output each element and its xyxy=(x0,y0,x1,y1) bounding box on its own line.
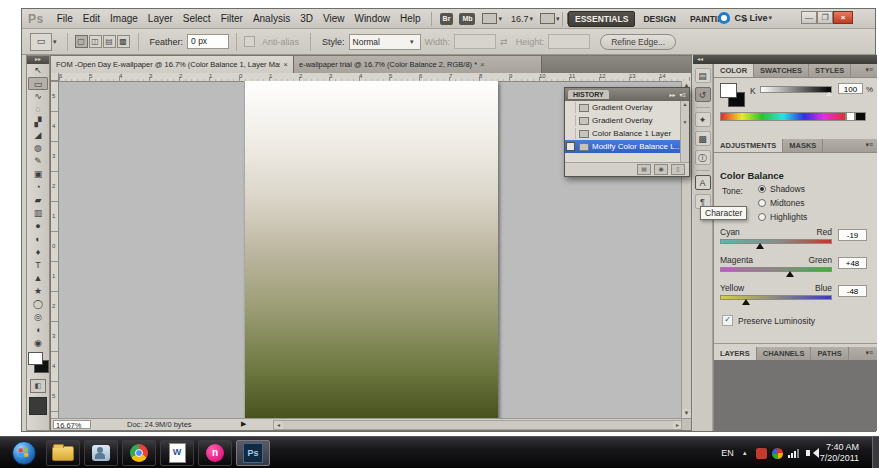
history-item-selected[interactable]: Modify Color Balance L... xyxy=(565,140,680,153)
start-button[interactable] xyxy=(12,441,36,465)
new-selection-button[interactable]: ▢ xyxy=(75,35,88,48)
chevron-down-icon[interactable]: ▾ xyxy=(53,38,57,46)
app-zoom-level[interactable]: 16.7 xyxy=(511,14,529,24)
menu-edit[interactable]: Edit xyxy=(78,13,105,24)
white-swatch[interactable] xyxy=(846,112,855,121)
blur-tool[interactable]: ● xyxy=(28,220,48,233)
tool-preset-icon[interactable]: ▭ xyxy=(30,33,52,51)
3d-rotate-tool[interactable]: ◯ xyxy=(28,298,48,311)
yellow-blue-value-input[interactable]: -48 xyxy=(838,285,867,297)
path-selection-tool[interactable]: ▲ xyxy=(28,272,48,285)
history-brush-tool[interactable]: ◔ xyxy=(28,181,48,194)
launch-bridge-button[interactable]: Br xyxy=(440,13,454,25)
scroll-down-icon[interactable]: ▼ xyxy=(682,409,691,418)
taskbar-word-button[interactable]: W xyxy=(160,440,194,466)
document-tab[interactable]: e-wallpaper trial @ 16.7% (Color Balance… xyxy=(294,56,542,73)
minimize-button[interactable]: — xyxy=(801,11,817,24)
color-spectrum-ramp[interactable] xyxy=(720,112,846,121)
history-brush-source-cell[interactable] xyxy=(565,115,576,126)
workspace-essentials[interactable]: ESSENTIALS xyxy=(568,11,635,27)
clock[interactable]: 7:40 AM 7/20/2011 xyxy=(820,442,859,464)
black-swatch[interactable] xyxy=(855,112,866,121)
view-extras-icon[interactable] xyxy=(482,13,497,24)
antialias-checkbox[interactable] xyxy=(244,36,255,47)
rectangular-marquee-tool[interactable]: ▭ xyxy=(28,77,48,90)
type-tool[interactable]: T xyxy=(28,259,48,272)
arrange-documents-icon[interactable] xyxy=(540,13,555,24)
dodge-tool[interactable]: ◐ xyxy=(28,233,48,246)
menu-view[interactable]: View xyxy=(318,13,350,24)
tray-app-icon[interactable] xyxy=(756,448,767,459)
restore-button[interactable]: ❐ xyxy=(817,11,833,24)
tab-styles[interactable]: STYLES xyxy=(809,64,851,77)
cyan-red-value-input[interactable]: -19 xyxy=(838,229,867,241)
cyan-red-slider-handle[interactable] xyxy=(756,243,764,249)
panel-dock-collapse-bar[interactable]: ◂◂ xyxy=(693,55,877,64)
document-tab-active[interactable]: FOM -Open Day E-wallpaper @ 16.7% (Color… xyxy=(51,56,294,73)
tone-shadows-radio[interactable]: Shadows xyxy=(758,184,805,194)
menu-help[interactable]: Help xyxy=(395,13,426,24)
tab-adjustments[interactable]: ADJUSTMENTS xyxy=(714,139,783,152)
tone-midtones-radio[interactable]: Midtones xyxy=(758,198,805,208)
add-to-selection-button[interactable]: ◫ xyxy=(89,35,102,48)
menu-analysis[interactable]: Analysis xyxy=(248,13,295,24)
resize-grip[interactable] xyxy=(681,419,691,430)
navigator-panel-icon[interactable]: ▩ xyxy=(695,131,711,146)
history-item[interactable]: Gradient Overlay xyxy=(565,114,680,127)
menu-image[interactable]: Image xyxy=(105,13,143,24)
chevron-down-icon[interactable]: ▾ xyxy=(530,15,534,23)
network-signal-icon[interactable] xyxy=(788,448,800,458)
cslive-button[interactable]: CS Live ▾ xyxy=(718,12,775,24)
panel-menu-icon[interactable]: ▾≡ xyxy=(861,64,877,77)
hand-tool[interactable]: ◖ xyxy=(28,324,48,337)
history-item[interactable]: Gradient Overlay xyxy=(565,101,680,114)
swap-dimensions-icon[interactable]: ⇄ xyxy=(500,37,508,47)
tab-swatches[interactable]: SWATCHES xyxy=(754,64,809,77)
move-tool[interactable]: ↖ xyxy=(28,64,48,77)
new-document-from-state-icon[interactable]: ▤ xyxy=(637,164,651,175)
menu-select[interactable]: Select xyxy=(178,13,216,24)
info-panel-icon[interactable]: ⓘ xyxy=(695,150,711,165)
history-item[interactable]: Color Balance 1 Layer xyxy=(565,127,680,140)
menu-3d[interactable]: 3D xyxy=(295,13,318,24)
zoom-tool[interactable]: ◉ xyxy=(28,337,48,350)
custom-shape-tool[interactable]: ★ xyxy=(28,285,48,298)
feather-input[interactable]: 0 px xyxy=(187,34,229,49)
history-brush-source-cell[interactable] xyxy=(565,102,576,113)
brush-tool[interactable]: ✎ xyxy=(28,155,48,168)
status-popup-icon[interactable]: ▶ xyxy=(241,420,246,428)
canvas[interactable] xyxy=(244,81,498,418)
subtract-from-selection-button[interactable]: ▤ xyxy=(103,35,116,48)
tab-layers[interactable]: LAYERS xyxy=(714,347,757,360)
new-snapshot-icon[interactable]: ◉ xyxy=(654,164,668,175)
volume-icon[interactable] xyxy=(806,450,810,456)
taskbar-nimbuzz-button[interactable]: n xyxy=(198,440,232,466)
k-slider-handle[interactable] xyxy=(826,92,832,96)
workspace-design[interactable]: DESIGN xyxy=(637,12,682,26)
zoom-percentage-input[interactable]: 16.67% xyxy=(53,420,91,429)
tab-color[interactable]: COLOR xyxy=(714,64,754,77)
scroll-left-icon[interactable]: ◂ xyxy=(274,421,283,429)
yellow-blue-slider-handle[interactable] xyxy=(742,299,750,305)
taskbar-explorer-button[interactable] xyxy=(46,440,80,466)
clone-stamp-tool[interactable]: ▣ xyxy=(28,168,48,181)
tone-highlights-radio[interactable]: Highlights xyxy=(758,212,807,222)
close-button[interactable]: × xyxy=(833,11,853,24)
close-tab-icon[interactable]: × xyxy=(283,60,288,69)
quick-mask-button[interactable]: ◧ xyxy=(30,379,46,393)
refine-edge-button[interactable]: Refine Edge... xyxy=(600,34,676,50)
launch-minibridge-button[interactable]: Mb xyxy=(459,13,475,25)
delete-state-icon[interactable]: ▯ xyxy=(671,164,685,175)
foreground-color-swatch[interactable] xyxy=(720,83,737,98)
panel-menu-icon[interactable]: ▾≡ xyxy=(861,347,877,360)
history-panel-icon[interactable]: ↺ xyxy=(695,87,711,102)
tab-channels[interactable]: CHANNELS xyxy=(757,347,812,360)
tab-paths[interactable]: PATHS xyxy=(811,347,848,360)
menu-filter[interactable]: Filter xyxy=(216,13,248,24)
taskbar-person-app-button[interactable] xyxy=(84,440,118,466)
magenta-green-value-input[interactable]: +48 xyxy=(838,257,867,269)
preserve-luminosity-checkbox[interactable]: ✓ Preserve Luminosity xyxy=(722,315,815,326)
panel-menu-icon[interactable]: ▾≡ xyxy=(679,91,686,98)
styles-panel-icon[interactable]: ✦ xyxy=(695,112,711,127)
magenta-green-slider-handle[interactable] xyxy=(786,271,794,277)
